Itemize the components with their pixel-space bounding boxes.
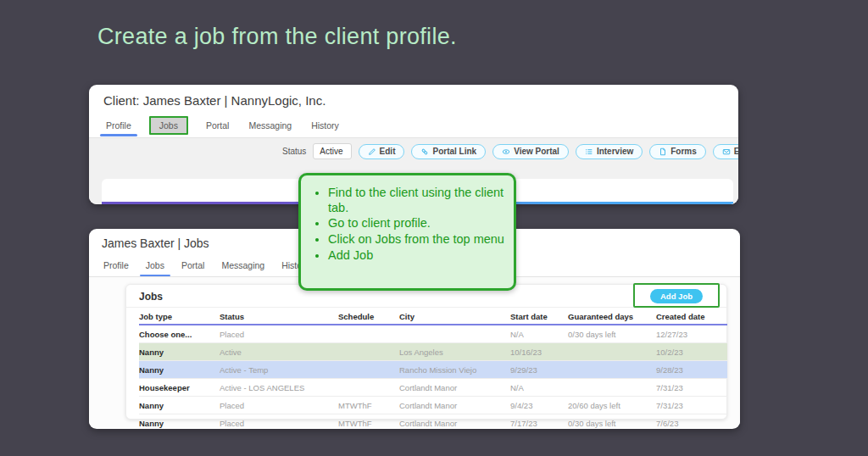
cell-city: Cortlandt Manor bbox=[399, 397, 510, 414]
cell-job-type: Nanny bbox=[139, 414, 220, 430]
portal-link-button[interactable]: Portal Link bbox=[411, 144, 486, 159]
cell-city: Cortlandt Manor bbox=[399, 379, 510, 397]
cell-created-date: 7/31/23 bbox=[656, 397, 727, 414]
tab-portal[interactable]: Portal bbox=[180, 257, 206, 274]
eye-icon bbox=[502, 147, 510, 156]
add-job-highlight-box: Add Job bbox=[633, 283, 720, 308]
tab-history[interactable]: History bbox=[309, 117, 341, 134]
cell-guaranteed-days: 20/60 days left bbox=[568, 397, 656, 414]
header-job-type[interactable]: Job type bbox=[139, 309, 220, 325]
cell-status: Active bbox=[220, 343, 338, 361]
cell-guaranteed-days: 0/30 days left bbox=[568, 325, 656, 343]
cell-guaranteed-days bbox=[568, 361, 656, 379]
instruction-item: Go to client profile. bbox=[328, 216, 507, 231]
header-created-date[interactable]: Created date bbox=[656, 309, 727, 325]
edit-button[interactable]: Edit bbox=[359, 144, 405, 159]
view-portal-button[interactable]: View Portal bbox=[492, 144, 569, 159]
client-window-title: Client: James Baxter | NannyLogic, Inc. bbox=[89, 85, 738, 113]
cell-start-date: 9/4/23 bbox=[510, 397, 568, 414]
page-title: Create a job from the client profile. bbox=[97, 24, 457, 50]
cell-created-date: 7/6/23 bbox=[656, 414, 727, 430]
status-label: Status bbox=[282, 147, 306, 156]
cell-schedule: MTWThF bbox=[338, 414, 399, 430]
cell-guaranteed-days bbox=[568, 343, 656, 361]
cell-city: Los Angeles bbox=[399, 343, 510, 361]
table-header-row: Job type Status Schedule City Start date… bbox=[139, 309, 727, 325]
table-row[interactable]: Nanny Placed MTWThF Cortlandt Manor 9/4/… bbox=[139, 397, 727, 414]
table-row[interactable]: Nanny Active - Temp Rancho Mission Viejo… bbox=[139, 361, 727, 379]
edit-label: Edit bbox=[380, 147, 396, 156]
header-schedule[interactable]: Schedule bbox=[338, 309, 399, 325]
cell-job-type: Nanny bbox=[139, 397, 220, 414]
cell-status: Placed bbox=[220, 397, 338, 414]
add-job-button[interactable]: Add Job bbox=[650, 289, 703, 303]
cell-job-type: Nanny bbox=[139, 361, 220, 379]
edit-icon bbox=[368, 147, 376, 156]
table-row[interactable]: Nanny Active Los Angeles 10/16/23 10/2/2… bbox=[139, 343, 727, 361]
cell-created-date: 9/28/23 bbox=[656, 361, 727, 379]
jobs-tab-content: Jobs Add Job Job type Status Schedule Ci… bbox=[89, 277, 740, 428]
cell-start-date: 7/17/23 bbox=[510, 414, 568, 430]
cell-status: Placed bbox=[220, 414, 338, 430]
header-guaranteed-days[interactable]: Guaranteed days bbox=[568, 309, 656, 325]
link-icon bbox=[420, 147, 429, 156]
cell-status: Active - Temp bbox=[220, 361, 338, 379]
cell-schedule: MTWThF bbox=[338, 397, 399, 414]
instruction-item: Find to the client using the client tab. bbox=[328, 186, 507, 215]
cell-city bbox=[399, 325, 510, 343]
table-row[interactable]: Housekeeper Active - LOS ANGELES Cortlan… bbox=[139, 379, 727, 397]
forms-button[interactable]: Forms bbox=[649, 144, 706, 159]
cell-job-type: Choose one... bbox=[139, 325, 220, 343]
client-tabs: Profile Jobs Portal Messaging History bbox=[89, 113, 738, 138]
file-icon bbox=[659, 147, 667, 156]
cell-created-date: 12/27/23 bbox=[656, 325, 727, 343]
tab-messaging[interactable]: Messaging bbox=[220, 257, 266, 274]
cell-status: Active - LOS ANGELES bbox=[220, 379, 338, 397]
instruction-item: Click on Jobs from the top menu bbox=[328, 232, 507, 247]
cell-created-date: 7/31/23 bbox=[656, 379, 727, 397]
cell-status: Placed bbox=[220, 325, 338, 343]
cell-city: Cortlandt Manor bbox=[399, 414, 510, 430]
table-row[interactable]: Choose one... Placed N/A 0/30 days left … bbox=[139, 325, 727, 343]
cell-start-date: N/A bbox=[510, 379, 568, 397]
header-city[interactable]: City bbox=[399, 309, 510, 325]
tab-messaging[interactable]: Messaging bbox=[247, 117, 293, 134]
cell-start-date: 10/16/23 bbox=[510, 343, 568, 361]
header-start-date[interactable]: Start date bbox=[510, 309, 568, 325]
cell-guaranteed-days bbox=[568, 379, 656, 397]
tab-profile[interactable]: Profile bbox=[102, 257, 131, 274]
tab-jobs[interactable]: Jobs bbox=[144, 257, 166, 274]
tab-portal[interactable]: Portal bbox=[204, 117, 231, 134]
cell-start-date: 9/29/23 bbox=[510, 361, 568, 379]
envelope-icon bbox=[722, 147, 731, 156]
forms-label: Forms bbox=[670, 147, 697, 156]
cell-schedule bbox=[338, 361, 399, 379]
status-toolbar: Status Active Edit Portal Link View Port… bbox=[282, 143, 738, 159]
header-status[interactable]: Status bbox=[220, 309, 338, 325]
cell-job-type: Nanny bbox=[139, 343, 220, 361]
cell-guaranteed-days: 0/30 days left bbox=[568, 414, 656, 430]
email-button[interactable]: Email bbox=[713, 144, 738, 159]
cell-job-type: Housekeeper bbox=[139, 379, 220, 397]
cell-created-date: 10/2/23 bbox=[656, 343, 727, 361]
tab-profile[interactable]: Profile bbox=[104, 117, 133, 134]
tab-jobs[interactable]: Jobs bbox=[149, 116, 188, 135]
instruction-list: Find to the client using the client tab.… bbox=[328, 186, 507, 263]
cell-city: Rancho Mission Viejo bbox=[399, 361, 510, 379]
interview-button[interactable]: Interview bbox=[576, 144, 643, 159]
status-select[interactable]: Active bbox=[313, 143, 351, 159]
jobs-panel: Jobs Add Job Job type Status Schedule Ci… bbox=[125, 284, 727, 420]
email-label: Email bbox=[734, 147, 738, 156]
view-portal-label: View Portal bbox=[514, 147, 559, 156]
jobs-section-title: Jobs bbox=[139, 291, 163, 303]
cell-schedule bbox=[338, 343, 399, 361]
portal-link-label: Portal Link bbox=[432, 147, 476, 156]
list-icon bbox=[585, 147, 593, 156]
jobs-table: Job type Status Schedule City Start date… bbox=[139, 309, 727, 429]
instruction-item: Add Job bbox=[328, 248, 507, 264]
cell-schedule bbox=[338, 325, 399, 343]
instruction-callout: Find to the client using the client tab.… bbox=[298, 173, 516, 291]
table-row[interactable]: Nanny Placed MTWThF Cortlandt Manor 7/17… bbox=[139, 414, 727, 430]
cell-start-date: N/A bbox=[510, 325, 568, 343]
cell-schedule bbox=[338, 379, 399, 397]
